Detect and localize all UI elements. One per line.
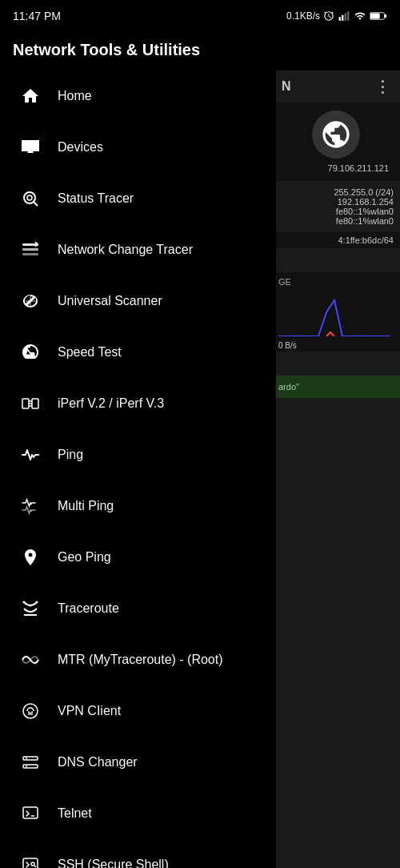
nav-label-universal-scanner: Universal Scanner xyxy=(58,294,162,308)
telnet-icon xyxy=(16,799,45,828)
svg-rect-5 xyxy=(370,14,380,19)
nav-label-ping: Ping xyxy=(58,448,83,462)
speed-label-section: 0 B/s xyxy=(272,340,400,352)
svg-rect-29 xyxy=(23,807,38,818)
svg-point-28 xyxy=(26,766,27,767)
multi-ping-icon xyxy=(16,492,45,520)
bg-header: N ⋮ xyxy=(272,70,400,102)
speed-chart xyxy=(278,296,390,336)
svg-rect-0 xyxy=(339,17,341,21)
nav-item-ping[interactable]: Ping xyxy=(0,429,276,480)
nav-label-mtr: MTR (MyTraceroute) - (Root) xyxy=(58,653,223,667)
nav-item-mtr[interactable]: MTR (MyTraceroute) - (Root) xyxy=(0,634,276,685)
speed-label: 0 B/s xyxy=(278,341,394,350)
devices-icon xyxy=(16,133,45,162)
svg-point-10 xyxy=(24,192,35,203)
nav-item-devices[interactable]: Devices xyxy=(0,122,276,173)
status-tracer-icon xyxy=(16,184,45,213)
svg-rect-1 xyxy=(342,15,343,21)
dns-changer-icon xyxy=(16,748,45,777)
svg-rect-17 xyxy=(22,399,29,408)
mtr-icon xyxy=(16,645,45,674)
svg-point-16 xyxy=(30,356,32,358)
nav-label-ssh: SSH (Secure Shell) xyxy=(58,858,169,868)
svg-point-32 xyxy=(31,862,34,866)
svg-rect-26 xyxy=(23,765,38,768)
ipv6-section: 4:1ffe:b6dc/64 xyxy=(272,232,400,248)
app-header: Network Tools & Utilities xyxy=(0,29,400,70)
subnet-mask: 255.255.0 (/24) xyxy=(278,187,394,197)
nav-label-speed-test: Speed Test xyxy=(58,345,122,360)
nav-label-dns-changer: DNS Changer xyxy=(58,755,138,770)
nav-item-telnet[interactable]: Telnet xyxy=(0,788,276,839)
nav-item-network-change-tracer[interactable]: Network Change Tracer xyxy=(0,224,276,275)
globe-icon xyxy=(312,111,360,159)
status-bar: 11:47 PM 0.1KB/s xyxy=(0,0,400,29)
spacer-1 xyxy=(272,248,400,272)
ping-icon xyxy=(16,440,45,469)
svg-point-19 xyxy=(23,601,26,604)
nav-label-vpn-client: VPN CIient xyxy=(58,704,121,718)
nav-item-home[interactable]: Home xyxy=(0,70,276,122)
nav-label-devices: Devices xyxy=(58,140,103,155)
svg-rect-25 xyxy=(23,757,38,760)
svg-point-21 xyxy=(36,601,38,604)
drawer-container: N ⋮ 79.106.211.121 255.255.0 (/24) 192.1… xyxy=(0,70,400,868)
green-text: ardo" xyxy=(278,382,394,392)
nav-item-universal-scanner[interactable]: Universal Scanner xyxy=(0,275,276,327)
nav-item-vpn-client[interactable]: VPN CIient xyxy=(0,685,276,737)
nav-item-speed-test[interactable]: Speed Test xyxy=(0,327,276,378)
svg-rect-18 xyxy=(32,399,38,408)
nav-label-network-change-tracer: Network Change Tracer xyxy=(58,243,193,257)
geo-ping-icon xyxy=(16,543,45,572)
ipv6-3: 4:1ffe:b6dc/64 xyxy=(278,235,394,245)
iperf-icon xyxy=(16,389,45,418)
nav-label-traceroute: Traceroute xyxy=(58,601,119,616)
gateway: 192.168.1.254 xyxy=(278,197,394,207)
ssh-icon xyxy=(16,850,45,868)
speed-test-icon xyxy=(16,338,45,367)
universal-scanner-icon xyxy=(16,287,45,315)
svg-point-24 xyxy=(30,710,32,713)
bg-label: N xyxy=(282,79,374,94)
nav-label-iperf: iPerf V.2 / iPerf V.3 xyxy=(58,396,164,411)
nav-item-status-tracer[interactable]: Status Tracer xyxy=(0,173,276,224)
svg-rect-14 xyxy=(22,248,38,251)
network-change-tracer-icon xyxy=(16,235,45,264)
nav-drawer: HomeDevicesStatus TracerNetwork Change T… xyxy=(0,70,276,868)
nav-item-geo-ping[interactable]: Geo Ping xyxy=(0,532,276,583)
nav-item-dns-changer[interactable]: DNS Changer xyxy=(0,737,276,788)
svg-point-20 xyxy=(30,605,32,607)
chart-label-section: GE xyxy=(272,272,400,291)
nav-label-geo-ping: Geo Ping xyxy=(58,550,111,565)
spacer-2 xyxy=(272,352,400,368)
svg-rect-3 xyxy=(347,11,349,21)
alarm-icon xyxy=(323,10,334,22)
network-speed: 0.1KB/s xyxy=(286,10,320,22)
chart-section xyxy=(272,291,400,340)
svg-line-11 xyxy=(34,203,38,207)
status-time: 11:47 PM xyxy=(13,10,61,22)
ip-address: 79.106.211.121 xyxy=(280,163,392,173)
chart-label: GE xyxy=(278,277,394,287)
svg-point-27 xyxy=(26,757,27,759)
nav-item-iperf[interactable]: iPerf V.2 / iPerf V.3 xyxy=(0,378,276,429)
nav-label-multi-ping: Multi Ping xyxy=(58,499,114,513)
status-right: 0.1KB/s xyxy=(286,10,387,22)
nav-label-telnet: Telnet xyxy=(58,806,92,821)
globe-section: 79.106.211.121 xyxy=(272,102,400,181)
bg-content: N ⋮ 79.106.211.121 255.255.0 (/24) 192.1… xyxy=(272,70,400,868)
nav-label-status-tracer: Status Tracer xyxy=(58,191,134,206)
nav-item-traceroute[interactable]: Traceroute xyxy=(0,583,276,634)
app-title: Network Tools & Utilities xyxy=(13,41,387,59)
svg-point-12 xyxy=(27,195,32,200)
svg-rect-2 xyxy=(345,14,346,21)
nav-item-ssh[interactable]: SSH (Secure Shell) xyxy=(0,839,276,868)
nav-item-multi-ping[interactable]: Multi Ping xyxy=(0,480,276,532)
home-icon xyxy=(16,82,45,111)
svg-rect-6 xyxy=(385,14,387,18)
more-options-icon[interactable]: ⋮ xyxy=(374,77,390,96)
signal-icon xyxy=(338,10,350,22)
network-info: 255.255.0 (/24) 192.168.1.254 fe80::1%wl… xyxy=(272,181,400,232)
traceroute-icon xyxy=(16,594,45,623)
